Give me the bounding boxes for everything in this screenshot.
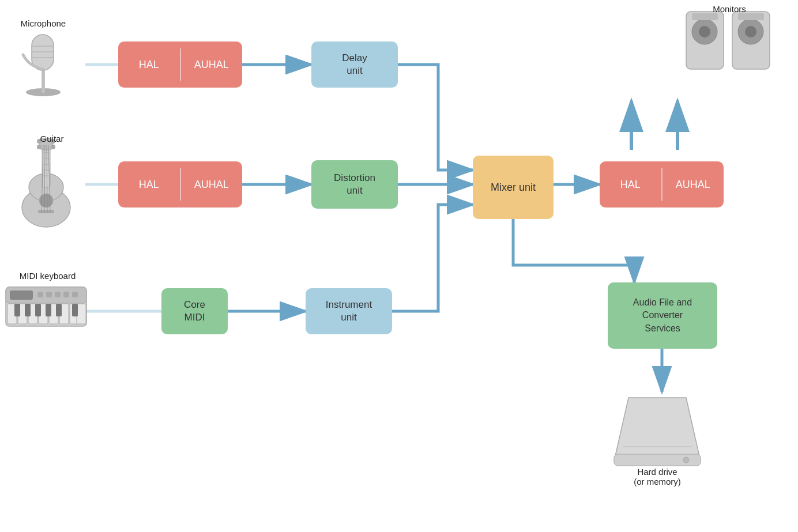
guitar-icon-wrap: Guitar	[6, 133, 98, 231]
audio-file-label: Audio File and Converter Services	[633, 296, 692, 335]
monitors-icon-wrap: Monitors	[683, 3, 776, 78]
core-midi-label: Core MIDI	[184, 299, 205, 324]
svg-rect-41	[46, 292, 52, 297]
svg-rect-66	[738, 13, 764, 20]
instrument-unit-box: Instrument unit	[306, 288, 392, 334]
svg-point-61	[699, 26, 710, 37]
svg-rect-13	[42, 69, 45, 93]
svg-rect-42	[55, 292, 61, 297]
microphone-icon	[6, 17, 81, 98]
svg-rect-40	[37, 292, 43, 297]
svg-rect-39	[10, 290, 33, 300]
mixer-unit-box: Mixer unit	[473, 156, 554, 219]
svg-rect-57	[56, 304, 62, 316]
mixer-unit-label: Mixer unit	[491, 182, 536, 194]
distortion-unit-box: Distortion unit	[311, 160, 398, 209]
hal-label-top: HAL	[118, 41, 180, 88]
hal-auhal-top: HAL AUHAL	[118, 41, 242, 88]
hal-label-mid: HAL	[118, 161, 180, 207]
hal-auhal-mid: HAL AUHAL	[118, 161, 242, 207]
auhal-label-out: AUHAL	[663, 161, 724, 207]
auhal-label-top: AUHAL	[181, 41, 243, 88]
svg-point-25	[51, 145, 55, 149]
auhal-label-mid: AUHAL	[181, 161, 243, 207]
svg-rect-55	[35, 304, 41, 316]
microphone-label: Microphone	[21, 18, 66, 28]
monitors-label: Monitors	[713, 4, 746, 14]
svg-rect-27	[38, 210, 54, 213]
svg-rect-43	[63, 292, 69, 297]
delay-unit-label: Delay unit	[342, 52, 367, 77]
hal-label-out: HAL	[600, 161, 661, 207]
svg-rect-56	[46, 304, 51, 316]
svg-rect-58	[72, 304, 78, 316]
svg-point-68	[683, 457, 689, 463]
svg-rect-62	[692, 13, 718, 20]
svg-rect-54	[25, 304, 31, 316]
guitar-icon	[6, 133, 98, 231]
hard-drive-icon-wrap: Hard drive (or memory)	[611, 392, 703, 486]
diagram: HAL AUHAL HAL AUHAL Core MIDI Delay unit…	[0, 0, 798, 532]
svg-rect-44	[72, 292, 78, 297]
svg-rect-52	[77, 304, 86, 324]
distortion-unit-label: Distortion unit	[334, 172, 375, 197]
hard-drive-label: Hard drive (or memory)	[634, 467, 681, 486]
microphone-icon-wrap: Microphone	[6, 17, 81, 98]
core-midi-box: Core MIDI	[161, 288, 228, 334]
delay-unit-box: Delay unit	[311, 41, 398, 88]
guitar-label: Guitar	[40, 134, 64, 144]
instrument-unit-label: Instrument unit	[326, 299, 372, 324]
hard-drive-icon	[611, 392, 703, 467]
svg-point-65	[745, 26, 756, 37]
hal-auhal-out: HAL AUHAL	[600, 161, 724, 207]
svg-rect-53	[14, 304, 20, 316]
svg-point-26	[39, 194, 53, 207]
audio-file-box: Audio File and Converter Services	[608, 282, 717, 349]
monitors-icon	[683, 3, 776, 78]
svg-point-23	[37, 145, 42, 149]
midi-keyboard-icon-wrap: MIDI keyboard	[3, 270, 92, 333]
midi-keyboard-label: MIDI keyboard	[20, 271, 76, 281]
